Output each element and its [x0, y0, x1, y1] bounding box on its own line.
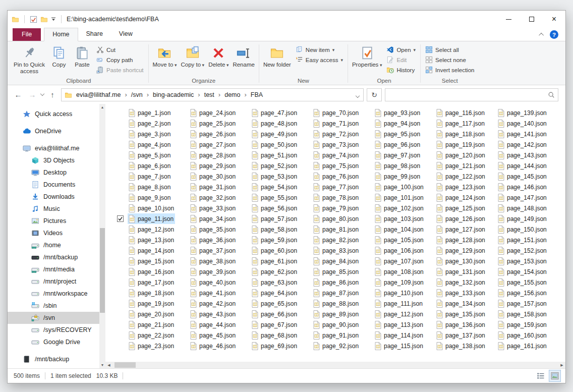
- sidebar-scrollbar[interactable]: ▲ ▼: [99, 104, 105, 368]
- sidebar-item-onedrive[interactable]: OneDrive: [8, 125, 99, 137]
- file-item[interactable]: 0page_12.json: [128, 224, 176, 235]
- file-item[interactable]: 0page_100.json: [374, 182, 425, 192]
- file-item[interactable]: 0page_1.json: [128, 107, 172, 118]
- file-item[interactable]: 0page_29.json: [189, 160, 237, 171]
- file-item[interactable]: 0page_92.json: [312, 341, 360, 351]
- file-item[interactable]: 0page_94.json: [374, 118, 422, 129]
- file-item[interactable]: 0page_81.json: [312, 224, 360, 235]
- sidebar-item-quick-access[interactable]: Quick access: [8, 108, 99, 120]
- properties-button[interactable]: Properties: [351, 43, 383, 70]
- file-item[interactable]: 0page_54.json: [251, 182, 299, 192]
- file-item[interactable]: 0page_110.json: [374, 288, 425, 298]
- file-item[interactable]: 0page_28.json: [189, 150, 237, 160]
- sidebar-item-music[interactable]: Music: [8, 203, 99, 215]
- copy-button[interactable]: Copy: [48, 43, 70, 69]
- scroll-down-icon[interactable]: ▼: [99, 362, 105, 368]
- file-item[interactable]: 0page_112.json: [374, 309, 425, 319]
- file-item[interactable]: 0page_88.json: [312, 298, 360, 309]
- file-item[interactable]: 0page_141.json: [497, 129, 548, 139]
- file-item[interactable]: 0page_15.json: [128, 256, 176, 266]
- file-item[interactable]: 0page_129.json: [435, 245, 487, 256]
- file-item[interactable]: 0page_8.json: [128, 182, 172, 192]
- refresh-button[interactable]: ↻: [367, 88, 382, 101]
- sidebar-item-google-drive[interactable]: Google Drive: [8, 336, 99, 348]
- file-item[interactable]: 0page_76.json: [312, 171, 360, 182]
- help-icon[interactable]: ?: [550, 30, 558, 39]
- file-item[interactable]: 0page_72.json: [312, 129, 360, 139]
- file-item[interactable]: 0page_146.json: [497, 182, 548, 192]
- file-item[interactable]: 0page_98.json: [374, 160, 422, 171]
- file-item[interactable]: 0page_156.json: [497, 288, 548, 298]
- address-dropdown-icon[interactable]: [356, 90, 360, 99]
- rename-button[interactable]: Rename: [231, 43, 256, 69]
- file-item[interactable]: 0page_152.json: [497, 245, 548, 256]
- file-item[interactable]: 0page_5.json: [128, 150, 172, 160]
- file-item[interactable]: 0page_93.json: [374, 107, 422, 118]
- breadcrumb-item-demo[interactable]: demo: [223, 91, 241, 98]
- search-input[interactable]: [388, 91, 548, 98]
- sidebar-item-sys-recovery[interactable]: /sys/RECOVERY: [8, 324, 99, 336]
- file-item[interactable]: 0page_23.json: [128, 341, 176, 351]
- file-item[interactable]: 0page_59.json: [251, 235, 299, 245]
- file-item[interactable]: 0page_85.json: [312, 266, 360, 277]
- sidebar-item-mnt-project[interactable]: /mnt/project: [8, 275, 99, 288]
- close-button[interactable]: ×: [543, 11, 565, 28]
- pin-to-quick-access-button[interactable]: Pin to Quick access: [12, 43, 47, 76]
- file-item[interactable]: 0page_16.json: [128, 266, 176, 277]
- file-item[interactable]: 0page_67.json: [251, 319, 299, 330]
- file-item[interactable]: 0page_104.json: [374, 224, 425, 235]
- file-item[interactable]: 0page_135.json: [435, 309, 487, 319]
- open-button[interactable]: Open▾: [384, 45, 418, 54]
- file-item[interactable]: 0page_52.json: [251, 160, 299, 171]
- file-item[interactable]: 0page_90.json: [312, 319, 360, 330]
- file-item[interactable]: 0page_20.json: [128, 309, 176, 319]
- sidebar-item-svn[interactable]: /svn: [8, 312, 99, 324]
- file-item[interactable]: 0page_155.json: [497, 277, 548, 288]
- file-item[interactable]: 0page_121.json: [435, 160, 487, 171]
- file-item[interactable]: 0page_10.json: [128, 203, 176, 213]
- file-item[interactable]: 0page_78.json: [312, 192, 360, 203]
- file-item[interactable]: 0page_103.json: [374, 213, 425, 224]
- file-item[interactable]: 0page_159.json: [497, 319, 548, 330]
- file-item[interactable]: 0page_86.json: [312, 277, 360, 288]
- file-item[interactable]: 0page_71.json: [312, 118, 360, 129]
- file-item[interactable]: 0page_142.json: [497, 139, 548, 150]
- file-item[interactable]: 0page_63.json: [251, 277, 299, 288]
- file-item[interactable]: 0page_79.json: [312, 203, 360, 213]
- breadcrumb-item-evia-lilithaf-me[interactable]: evia@lilithaf.me: [75, 91, 122, 98]
- file-item[interactable]: 0page_99.json: [374, 171, 422, 182]
- file-item[interactable]: 0page_84.json: [312, 256, 360, 266]
- sidebar-item-evia-lilithaf-me[interactable]: evia@lilithaf.me: [8, 142, 99, 154]
- recent-locations-icon[interactable]: [40, 92, 44, 96]
- new-folder-button[interactable]: New folder: [262, 43, 293, 69]
- tab-view[interactable]: View: [111, 28, 141, 41]
- select-all-button[interactable]: Select all: [423, 45, 476, 54]
- sidebar-item-mnt-media[interactable]: /mnt/media: [8, 263, 99, 275]
- file-item[interactable]: 0page_35.json: [189, 224, 237, 235]
- thumbnail-view-button[interactable]: [549, 370, 560, 381]
- file-item[interactable]: 0page_87.json: [312, 288, 360, 298]
- file-item[interactable]: 0page_74.json: [312, 150, 360, 160]
- sidebar-item-sbin[interactable]: /sbin: [8, 300, 99, 312]
- scrollbar-thumb[interactable]: [100, 228, 105, 313]
- file-item[interactable]: 0page_145.json: [497, 171, 548, 182]
- file-item[interactable]: 0page_75.json: [312, 160, 360, 171]
- file-item[interactable]: 0page_47.json: [251, 107, 299, 118]
- file-item[interactable]: 0page_124.json: [435, 192, 487, 203]
- file-item[interactable]: 0page_143.json: [497, 150, 548, 160]
- tab-file[interactable]: File: [13, 28, 41, 41]
- file-item[interactable]: 0page_70.json: [312, 107, 360, 118]
- file-item[interactable]: 0page_148.json: [497, 203, 548, 213]
- file-item[interactable]: 0page_95.json: [374, 129, 422, 139]
- file-item[interactable]: 0page_117.json: [435, 118, 486, 129]
- file-item[interactable]: 0page_13.json: [128, 235, 176, 245]
- file-item[interactable]: 0page_106.json: [374, 245, 425, 256]
- sidebar-item-desktop[interactable]: Desktop: [8, 166, 99, 179]
- file-item[interactable]: 0page_26.json: [189, 129, 237, 139]
- file-item[interactable]: 0page_55.json: [251, 192, 299, 203]
- file-item[interactable]: 0page_150.json: [497, 224, 548, 235]
- file-item[interactable]: 0page_111.json: [374, 298, 424, 309]
- invert-selection-button[interactable]: Invert selection: [423, 65, 476, 75]
- file-item[interactable]: 0page_36.json: [189, 235, 237, 245]
- breadcrumb-item-svn[interactable]: /svn: [130, 91, 144, 98]
